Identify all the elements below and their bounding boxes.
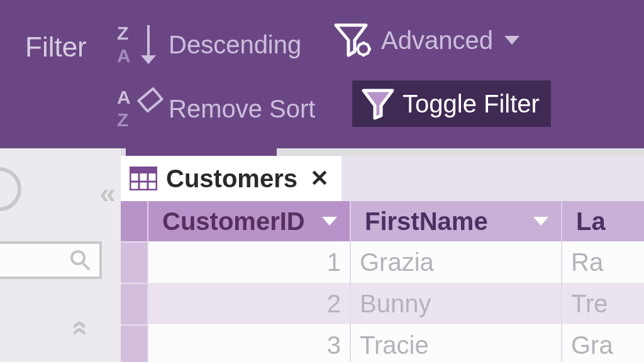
svg-rect-10 xyxy=(130,167,157,173)
cell-lastname[interactable]: Ra xyxy=(561,241,644,283)
navigation-pane: « « xyxy=(0,148,121,362)
advanced-filter-button[interactable]: Advanced xyxy=(333,23,519,58)
nav-scroll-button[interactable]: « xyxy=(65,320,99,322)
chevron-down-icon xyxy=(504,36,519,45)
row-selector[interactable] xyxy=(121,283,147,324)
nav-search-input[interactable] xyxy=(0,241,102,279)
column-header-firstname[interactable]: FirstName xyxy=(350,201,561,241)
cell-lastname[interactable]: Gra xyxy=(561,324,644,362)
remove-sort-label: Remove Sort xyxy=(169,95,315,123)
table-row[interactable]: 2 Bunny Tre xyxy=(121,283,644,324)
tab-bar: Customers ✕ xyxy=(121,156,644,201)
ribbon-group-label: Filter xyxy=(25,31,87,63)
advanced-filter-label: Advanced xyxy=(381,26,493,55)
toggle-filter-button[interactable]: Toggle Filter xyxy=(352,80,551,127)
funnel-gear-icon xyxy=(333,23,374,58)
column-filter-dropdown-icon xyxy=(533,217,548,226)
sort-descending-button[interactable]: ZA Descending xyxy=(117,23,301,67)
column-header-lastname[interactable]: La xyxy=(561,201,644,241)
column-header-row: CustomerID FirstName La xyxy=(121,201,644,241)
cell-firstname[interactable]: Bunny xyxy=(350,283,561,324)
toggle-filter-label: Toggle Filter xyxy=(402,90,540,118)
table-icon xyxy=(130,167,157,190)
datasheet-view: Customers ✕ CustomerID FirstName La 1 Gr… xyxy=(121,148,644,362)
workspace: « « Customers ✕ xyxy=(0,148,644,362)
svg-line-8 xyxy=(358,52,360,54)
tab-title: Customers xyxy=(166,165,297,193)
cell-customerid[interactable]: 3 xyxy=(147,324,350,362)
close-tab-button[interactable]: ✕ xyxy=(310,165,329,192)
collapse-nav-button[interactable]: « xyxy=(99,176,102,210)
svg-line-6 xyxy=(367,52,369,54)
table-row[interactable]: 1 Grazia Ra xyxy=(121,241,644,283)
cell-firstname[interactable]: Tracie xyxy=(350,324,561,362)
row-selector[interactable] xyxy=(121,241,147,283)
cell-lastname[interactable]: Tre xyxy=(561,283,644,324)
funnel-icon xyxy=(361,87,395,121)
remove-sort-button[interactable]: AZ Remove Sort xyxy=(117,87,315,131)
row-selector[interactable] xyxy=(121,324,147,362)
tab-strip-accent xyxy=(126,148,277,156)
search-icon xyxy=(70,250,92,272)
svg-line-7 xyxy=(367,44,369,46)
svg-line-5 xyxy=(358,44,360,46)
column-header-customerid[interactable]: CustomerID xyxy=(147,201,350,241)
column-label: CustomerID xyxy=(162,207,305,236)
nav-circle-icon xyxy=(0,167,21,211)
remove-sort-icon: AZ xyxy=(117,87,161,131)
select-all-rows-button[interactable] xyxy=(121,201,147,241)
sort-za-down-icon: ZA xyxy=(117,23,161,67)
tab-customers[interactable]: Customers ✕ xyxy=(121,156,341,201)
cell-customerid[interactable]: 2 xyxy=(147,283,350,324)
column-label: FirstName xyxy=(365,207,488,236)
table-row[interactable]: 3 Tracie Gra xyxy=(121,324,644,362)
cell-firstname[interactable]: Grazia xyxy=(350,241,561,283)
column-label: La xyxy=(576,207,606,236)
column-filter-dropdown-icon xyxy=(322,217,337,226)
cell-customerid[interactable]: 1 xyxy=(147,241,350,283)
ribbon-sort-filter-group: Filter ZA Descending AZ Remove Sort xyxy=(0,0,644,148)
sort-descending-label: Descending xyxy=(169,31,301,59)
